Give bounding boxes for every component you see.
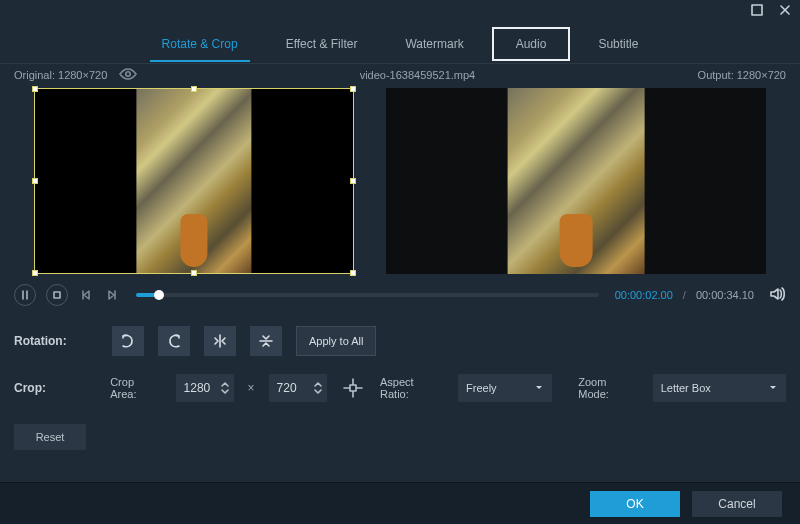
zoom-mode-select[interactable]: Letter Box — [653, 374, 786, 402]
prev-frame-button[interactable] — [78, 287, 94, 303]
aspect-ratio-value: Freely — [466, 382, 497, 394]
eye-icon[interactable] — [119, 68, 137, 82]
zoom-mode-label: Zoom Mode: — [578, 376, 638, 400]
filename: video-1638459521.mp4 — [360, 69, 476, 81]
controls: Rotation: Apply to All Crop: Crop Area: … — [0, 312, 800, 450]
crop-area-label: Crop Area: — [110, 376, 161, 400]
next-frame-button[interactable] — [104, 287, 120, 303]
aspect-ratio-select[interactable]: Freely — [458, 374, 552, 402]
center-crop-button[interactable] — [341, 375, 366, 401]
info-bar: Original: 1280×720 video-1638459521.mp4 … — [0, 64, 800, 88]
preview-area — [0, 88, 800, 274]
crop-handle-mr[interactable] — [350, 178, 356, 184]
tab-watermark[interactable]: Watermark — [381, 27, 487, 61]
svg-rect-0 — [752, 5, 762, 15]
aspect-ratio-label: Aspect Ratio: — [380, 376, 444, 400]
time-separator: / — [683, 289, 686, 301]
crop-handle-tr[interactable] — [350, 86, 356, 92]
footer: OK Cancel — [0, 482, 800, 524]
crop-box[interactable] — [34, 88, 354, 274]
output-thumbnail — [508, 88, 645, 274]
zoom-mode-value: Letter Box — [661, 382, 711, 394]
stop-button[interactable] — [46, 284, 68, 306]
crop-handle-br[interactable] — [350, 270, 356, 276]
volume-icon[interactable] — [770, 287, 786, 303]
rotation-row: Rotation: Apply to All — [14, 326, 786, 356]
maximize-icon[interactable] — [750, 3, 764, 21]
close-icon[interactable] — [778, 3, 792, 21]
crop-height-input[interactable]: 720 — [269, 374, 327, 402]
chevron-down-icon — [534, 384, 544, 392]
tabs: Rotate & Crop Effect & Filter Watermark … — [0, 24, 800, 64]
flip-vertical-button[interactable] — [250, 326, 282, 356]
tab-audio[interactable]: Audio — [492, 27, 571, 61]
rotation-label: Rotation: — [14, 334, 98, 348]
source-pane[interactable] — [34, 88, 354, 274]
chevron-down-icon — [768, 384, 778, 392]
cancel-button[interactable]: Cancel — [692, 491, 782, 517]
crop-height-value: 720 — [277, 381, 309, 395]
ok-button[interactable]: OK — [590, 491, 680, 517]
tab-subtitle[interactable]: Subtitle — [574, 27, 662, 61]
tab-rotate-crop[interactable]: Rotate & Crop — [138, 27, 262, 61]
crop-handle-bm[interactable] — [191, 270, 197, 276]
svg-point-1 — [126, 72, 130, 76]
crop-handle-tm[interactable] — [191, 86, 197, 92]
svg-rect-2 — [54, 292, 60, 298]
time-duration: 00:00:34.10 — [696, 289, 754, 301]
crop-width-spinner[interactable] — [220, 380, 230, 396]
crop-height-spinner[interactable] — [313, 380, 323, 396]
transport-bar: 00:00:02.00/00:00:34.10 — [0, 274, 800, 312]
tab-effect-filter[interactable]: Effect & Filter — [262, 27, 382, 61]
rotate-right-button[interactable] — [158, 326, 190, 356]
output-pane — [386, 88, 766, 274]
crop-width-input[interactable]: 1280 — [176, 374, 234, 402]
progress-knob[interactable] — [154, 290, 164, 300]
progress-bar[interactable] — [136, 293, 599, 297]
crop-handle-tl[interactable] — [32, 86, 38, 92]
original-dimensions: Original: 1280×720 — [14, 69, 107, 81]
dimension-multiply: × — [248, 381, 255, 395]
reset-button[interactable]: Reset — [14, 424, 86, 450]
apply-to-all-button[interactable]: Apply to All — [296, 326, 376, 356]
titlebar — [0, 0, 800, 24]
crop-label: Crop: — [14, 381, 96, 395]
time-current: 00:00:02.00 — [615, 289, 673, 301]
flip-horizontal-button[interactable] — [204, 326, 236, 356]
rotate-left-button[interactable] — [112, 326, 144, 356]
crop-handle-bl[interactable] — [32, 270, 38, 276]
crop-row: Crop: Crop Area: 1280 × 720 Aspect Ratio… — [14, 374, 786, 402]
pause-button[interactable] — [14, 284, 36, 306]
crop-handle-ml[interactable] — [32, 178, 38, 184]
crop-width-value: 1280 — [184, 381, 216, 395]
output-dimensions: Output: 1280×720 — [698, 69, 786, 81]
